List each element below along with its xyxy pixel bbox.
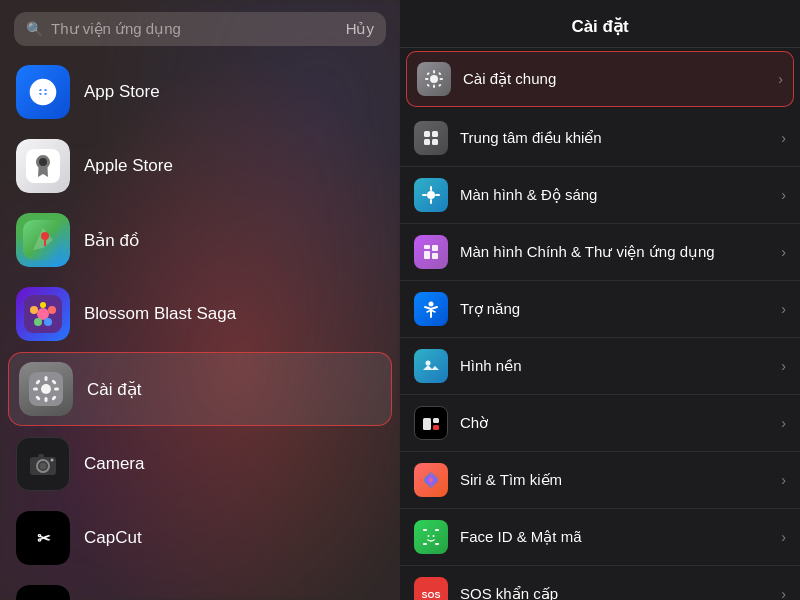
- svg-rect-38: [426, 72, 430, 76]
- siri-icon: [414, 463, 448, 497]
- settings-label-access: Trợ năng: [460, 300, 781, 318]
- svg-rect-16: [45, 376, 48, 381]
- svg-point-13: [40, 302, 46, 308]
- settings-title: Cài đặt: [571, 17, 628, 36]
- app-icon-capcut: ✂: [16, 511, 70, 565]
- app-icon-applestore: [16, 139, 70, 193]
- chevron-icon: ›: [781, 130, 786, 146]
- display-icon: [414, 178, 448, 212]
- svg-point-27: [40, 463, 47, 470]
- settings-list: Cài đặt chung › Trung tâm điều khiển › M…: [400, 48, 800, 600]
- chevron-icon: ›: [781, 301, 786, 317]
- svg-rect-48: [432, 245, 438, 251]
- svg-rect-54: [433, 418, 439, 423]
- cancel-button[interactable]: Hủy: [346, 20, 374, 38]
- list-item[interactable]: ✂ CapCut: [0, 502, 400, 574]
- chevron-icon: ›: [781, 358, 786, 374]
- svg-text:✂: ✂: [37, 530, 51, 547]
- svg-text:SOS: SOS: [421, 590, 440, 600]
- svg-rect-43: [432, 131, 438, 137]
- wallpaper-icon: [414, 349, 448, 383]
- settings-label-wallpaper: Hình nền: [460, 357, 781, 375]
- list-item[interactable]: App Store: [0, 56, 400, 128]
- app-list: App Store Apple Store: [0, 54, 400, 600]
- home-icon: [414, 235, 448, 269]
- svg-rect-34: [433, 70, 435, 74]
- list-item[interactable]: Bản đồ: [0, 204, 400, 276]
- list-item[interactable]: Chứng khoán: [0, 576, 400, 600]
- svg-point-63: [433, 535, 435, 537]
- search-bar[interactable]: 🔍 Thư viện ứng dụng Hủy: [14, 12, 386, 46]
- app-name-appstore: App Store: [84, 82, 160, 102]
- svg-point-46: [427, 191, 435, 199]
- standby-icon: [414, 406, 448, 440]
- sos-icon: SOS: [414, 577, 448, 600]
- svg-point-52: [426, 361, 431, 366]
- app-name-blossom: Blossom Blast Saga: [84, 304, 236, 324]
- svg-rect-35: [433, 85, 435, 89]
- svg-point-10: [48, 306, 56, 314]
- app-icon-blossom: [16, 287, 70, 341]
- app-icon-stocks: [16, 585, 70, 600]
- svg-point-11: [34, 318, 42, 326]
- svg-rect-40: [438, 72, 442, 76]
- chevron-icon: ›: [781, 472, 786, 488]
- svg-rect-50: [424, 245, 430, 249]
- list-item-settings[interactable]: Cài đặt: [8, 352, 392, 426]
- settings-label-home: Màn hình Chính & Thư viện ứng dụng: [460, 243, 781, 261]
- chevron-icon: ›: [781, 415, 786, 431]
- settings-item-standby[interactable]: Chờ ›: [400, 395, 800, 452]
- svg-rect-49: [432, 253, 438, 259]
- svg-point-62: [428, 535, 430, 537]
- svg-rect-60: [423, 543, 427, 545]
- app-name-settings: Cài đặt: [87, 379, 141, 400]
- svg-point-51: [429, 302, 434, 307]
- svg-rect-42: [424, 131, 430, 137]
- svg-point-33: [430, 75, 438, 83]
- svg-point-4: [39, 158, 47, 166]
- app-icon-appstore: [16, 65, 70, 119]
- svg-rect-37: [440, 78, 444, 80]
- svg-rect-53: [423, 418, 431, 430]
- settings-label-siri: Siri & Tìm kiếm: [460, 471, 781, 489]
- search-placeholder: Thư viện ứng dụng: [51, 20, 336, 38]
- svg-rect-19: [54, 388, 59, 391]
- chevron-icon: ›: [781, 187, 786, 203]
- settings-item-general[interactable]: Cài đặt chung ›: [406, 51, 794, 107]
- chevron-icon: ›: [781, 244, 786, 260]
- settings-item-wallpaper[interactable]: Hình nền ›: [400, 338, 800, 395]
- svg-rect-41: [426, 84, 430, 88]
- access-icon: [414, 292, 448, 326]
- right-header: Cài đặt: [400, 0, 800, 48]
- chevron-icon: ›: [781, 529, 786, 545]
- settings-item-display[interactable]: Màn hình & Độ sáng ›: [400, 167, 800, 224]
- svg-rect-61: [435, 543, 439, 545]
- general-icon: [417, 62, 451, 96]
- settings-item-access[interactable]: Trợ năng ›: [400, 281, 800, 338]
- settings-item-siri[interactable]: Siri & Tìm kiếm ›: [400, 452, 800, 509]
- svg-point-12: [44, 318, 52, 326]
- settings-item-sos[interactable]: SOS SOS khẩn cấp ›: [400, 566, 800, 600]
- svg-rect-36: [425, 78, 429, 80]
- settings-item-faceid[interactable]: Face ID & Mật mã ›: [400, 509, 800, 566]
- svg-point-9: [30, 306, 38, 314]
- app-name-maps: Bản đồ: [84, 230, 139, 251]
- settings-item-control[interactable]: Trung tâm điều khiển ›: [400, 110, 800, 167]
- left-content: 🔍 Thư viện ứng dụng Hủy: [0, 0, 400, 600]
- settings-label-control: Trung tâm điều khiển: [460, 129, 781, 147]
- control-icon: [414, 121, 448, 155]
- svg-rect-18: [33, 388, 38, 391]
- svg-rect-28: [38, 454, 44, 458]
- svg-rect-55: [433, 425, 439, 430]
- list-item[interactable]: Blossom Blast Saga: [0, 278, 400, 350]
- settings-item-home[interactable]: Màn hình Chính & Thư viện ứng dụng ›: [400, 224, 800, 281]
- list-item[interactable]: Camera: [0, 428, 400, 500]
- svg-point-15: [41, 384, 51, 394]
- app-icon-camera: [16, 437, 70, 491]
- search-icon: 🔍: [26, 21, 43, 37]
- settings-label-sos: SOS khẩn cấp: [460, 585, 781, 600]
- svg-rect-45: [432, 139, 438, 145]
- list-item[interactable]: Apple Store: [0, 130, 400, 202]
- chevron-icon: ›: [778, 71, 783, 87]
- right-panel: Cài đặt Cài đặt chung › Trung tâm điều k…: [400, 0, 800, 600]
